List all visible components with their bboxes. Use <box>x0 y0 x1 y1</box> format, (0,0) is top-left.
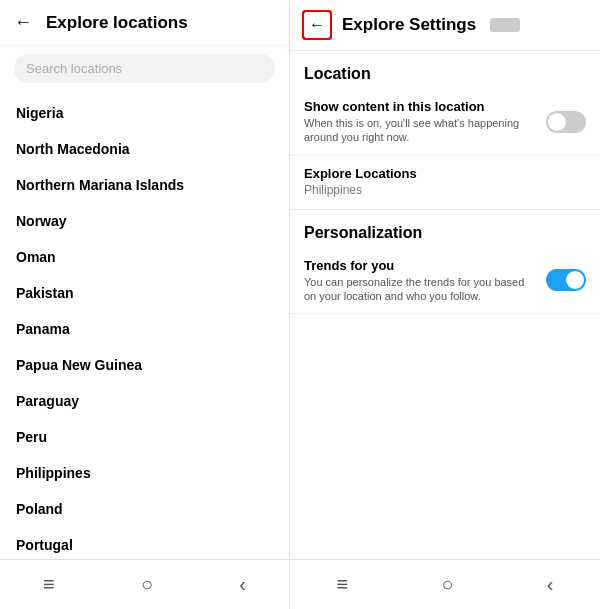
show-content-row: Show content in this location When this … <box>290 89 600 156</box>
trends-for-you-toggle[interactable] <box>546 269 586 291</box>
explore-locations-value: Philippines <box>304 183 586 197</box>
back-arrow-right-icon: ← <box>309 16 325 34</box>
search-locations-input[interactable]: Search locations <box>14 54 275 83</box>
show-content-text: Show content in this location When this … <box>304 99 536 145</box>
list-item[interactable]: North Macedonia <box>0 131 289 167</box>
menu-icon[interactable]: ≡ <box>43 573 55 596</box>
list-item[interactable]: Oman <box>0 239 289 275</box>
list-item[interactable]: Pakistan <box>0 275 289 311</box>
list-item[interactable]: Norway <box>0 203 289 239</box>
back-icon[interactable]: ‹ <box>239 573 246 596</box>
show-content-toggle[interactable] <box>546 111 586 133</box>
right-panel: ← Explore Settings Location Show content… <box>290 0 600 609</box>
list-item[interactable]: Poland <box>0 491 289 527</box>
list-item[interactable]: Papua New Guinea <box>0 347 289 383</box>
right-header: ← Explore Settings <box>290 0 600 51</box>
list-item[interactable]: Philippines <box>0 455 289 491</box>
list-item[interactable]: Paraguay <box>0 383 289 419</box>
right-menu-icon[interactable]: ≡ <box>337 573 349 596</box>
show-content-title: Show content in this location <box>304 99 536 114</box>
list-item[interactable]: Portugal <box>0 527 289 559</box>
back-button[interactable]: ← <box>302 10 332 40</box>
trends-for-you-desc: You can personalize the trends for you b… <box>304 275 536 304</box>
show-content-desc: When this is on, you'll see what's happe… <box>304 116 536 145</box>
trends-for-you-row: Trends for you You can personalize the t… <box>290 248 600 315</box>
trends-for-you-text: Trends for you You can personalize the t… <box>304 258 536 304</box>
back-arrow-icon[interactable]: ← <box>14 12 32 33</box>
explore-locations-title: Explore Locations <box>304 166 586 181</box>
home-icon[interactable]: ○ <box>141 573 153 596</box>
list-item[interactable]: Panama <box>0 311 289 347</box>
list-item[interactable]: Peru <box>0 419 289 455</box>
right-panel-title: Explore Settings <box>342 15 476 35</box>
right-content: Location Show content in this location W… <box>290 51 600 559</box>
location-list: NigeriaNorth MacedoniaNorthern Mariana I… <box>0 91 289 559</box>
list-item[interactable]: Northern Mariana Islands <box>0 167 289 203</box>
left-panel-title: Explore locations <box>46 13 188 33</box>
left-panel: ← Explore locations Search locations Nig… <box>0 0 290 609</box>
personalization-section-header: Personalization <box>290 210 600 248</box>
list-item[interactable]: Nigeria <box>0 95 289 131</box>
location-section-header: Location <box>290 51 600 89</box>
left-header: ← Explore locations <box>0 0 289 46</box>
right-back-icon[interactable]: ‹ <box>547 573 554 596</box>
left-bottom-nav: ≡ ○ ‹ <box>0 559 289 609</box>
right-home-icon[interactable]: ○ <box>441 573 453 596</box>
trends-for-you-title: Trends for you <box>304 258 536 273</box>
avatar <box>490 18 520 32</box>
right-bottom-nav: ≡ ○ ‹ <box>290 559 600 609</box>
explore-locations-row[interactable]: Explore Locations Philippines <box>290 156 600 210</box>
